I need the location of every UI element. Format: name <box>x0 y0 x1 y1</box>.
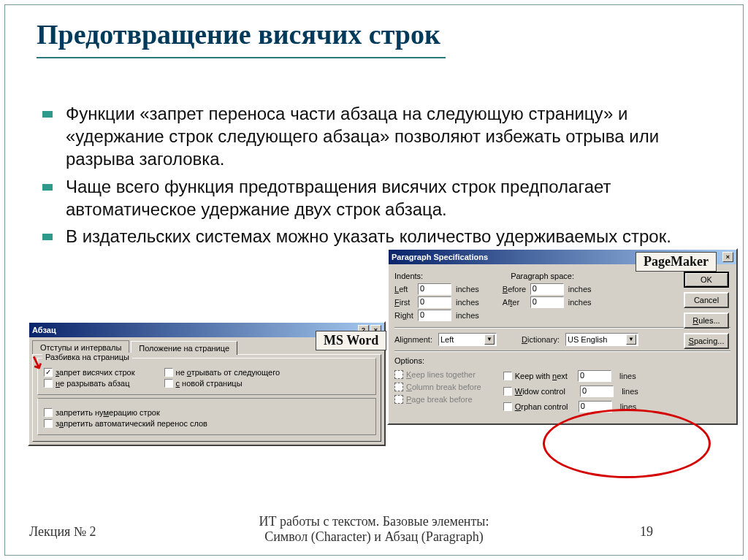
input-keep-next-lines[interactable]: 0 <box>578 370 611 382</box>
title-rule <box>37 57 446 58</box>
tab-pageposition[interactable]: Положение на странице <box>131 341 237 355</box>
bullet-icon <box>42 111 53 118</box>
group-pagination: ✓запрет висячих строк не разрывать абзац… <box>37 358 376 395</box>
cancel-button[interactable]: Cancel <box>684 292 729 308</box>
checkbox-column-break-before[interactable]: Column break before <box>394 383 481 391</box>
checkbox-keep-with-next[interactable]: не отрывать от следующего <box>164 368 280 377</box>
checkbox-page-break-before[interactable]: с новой страницы <box>164 379 280 388</box>
footer-page-number: 19 <box>640 524 653 540</box>
chevron-down-icon: ▼ <box>484 334 495 345</box>
checkbox-widow-control[interactable]: Widow control 0 lines <box>503 386 638 397</box>
spacing-button[interactable]: Spacing... <box>684 333 729 349</box>
checkbox-suppress-line-numbers[interactable]: запретить нумерацию строк <box>44 408 370 417</box>
bullet-text: В издательских системах можно указать ко… <box>66 225 671 248</box>
input-space-after[interactable]: 0 <box>530 296 564 308</box>
input-orphan-lines[interactable]: 0 <box>579 401 612 413</box>
label-pagemaker: PageMaker <box>636 252 717 272</box>
bullet-icon <box>42 184 53 191</box>
checkbox-keep-together[interactable]: не разрывать абзац <box>44 379 135 388</box>
label-indents: Indents: <box>394 272 423 280</box>
checkbox-page-break-before[interactable]: Page break before <box>394 395 481 404</box>
checkbox-keep-lines-together[interactable]: Keep lines together <box>394 370 481 379</box>
input-right-indent[interactable]: 0 <box>418 310 451 321</box>
group-other: запретить нумерацию строк запретить авто… <box>37 398 376 435</box>
pagemaker-dialog: Paragraph Specifications × Indents: Para… <box>387 248 738 425</box>
checkbox-no-hyphenation[interactable]: запретить автоматический перенос слов <box>44 419 370 428</box>
label-options: Options: <box>394 356 730 365</box>
checkbox-orphan-control[interactable]: Orphan control 0 lines <box>503 401 638 413</box>
ok-button[interactable]: OK <box>684 272 729 288</box>
bullet-list: Функции «запрет переноса части абзаца на… <box>42 102 678 252</box>
input-widow-lines[interactable]: 0 <box>580 386 614 397</box>
label-msword: MS Word <box>316 331 386 350</box>
rules-button[interactable]: Rules... <box>684 312 729 329</box>
bullet-text: Функции «запрет переноса части абзаца на… <box>66 102 678 171</box>
select-alignment[interactable]: Left▼ <box>438 333 497 346</box>
input-first-indent[interactable]: 0 <box>418 296 451 308</box>
input-left-indent[interactable]: 0 <box>418 283 451 295</box>
label-alignment: Alignment: <box>394 335 432 344</box>
slide-title: Предотвращение висячих строк <box>37 18 440 50</box>
dialog-title: Paragraph Specifications <box>392 253 488 261</box>
checkbox-widow-control[interactable]: ✓запрет висячих строк <box>44 368 135 377</box>
checkbox-keep-with-next[interactable]: Keep with next 0 lines <box>503 370 638 382</box>
select-dictionary[interactable]: US English▼ <box>565 333 638 346</box>
footer-center: ИТ работы с текстом. Базовые элементы: С… <box>0 514 748 545</box>
bullet-icon <box>42 234 53 240</box>
bullet-text: Чаще всего функция предотвращения висячи… <box>66 175 678 220</box>
dialog-title: Абзац <box>32 326 56 334</box>
input-space-before[interactable]: 0 <box>530 283 564 295</box>
label-paragraph-space: Paragraph space: <box>511 272 574 280</box>
close-button[interactable]: × <box>722 252 733 262</box>
chevron-down-icon: ▼ <box>626 334 636 345</box>
